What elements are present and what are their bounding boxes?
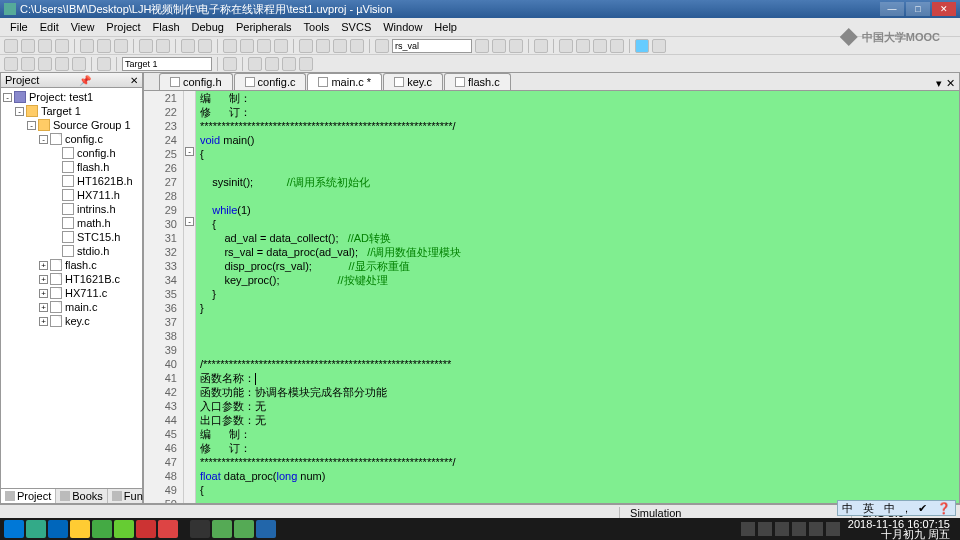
bookmark4-button[interactable] [274, 39, 288, 53]
comment-button[interactable] [333, 39, 347, 53]
build-button[interactable] [21, 57, 35, 71]
taskbar-app-icon[interactable] [234, 520, 254, 538]
taskbar-app-icon[interactable] [158, 520, 178, 538]
menu-svcs[interactable]: SVCS [335, 21, 377, 33]
code-editor[interactable]: 21 22 23 24 25 26 27 28 29 30 31 32 33 3… [144, 91, 959, 503]
menu-peripherals[interactable]: Peripherals [230, 21, 298, 33]
fold-gutter[interactable]: - - [184, 91, 196, 503]
menu-file[interactable]: File [4, 21, 34, 33]
tray-icon[interactable] [792, 522, 806, 536]
tree-hdr[interactable]: flash.h [3, 160, 140, 174]
bp4-button[interactable] [610, 39, 624, 53]
nav-fwd-button[interactable] [198, 39, 212, 53]
panel-pin-icon[interactable]: 📌 [79, 75, 91, 86]
find-combo[interactable]: rs_val [392, 39, 472, 53]
taskbar-app-icon[interactable] [136, 520, 156, 538]
saveall-button[interactable] [55, 39, 69, 53]
tree-hdr[interactable]: HX711.h [3, 188, 140, 202]
rebuild-button[interactable] [38, 57, 52, 71]
copy-button[interactable] [97, 39, 111, 53]
manage4-button[interactable] [299, 57, 313, 71]
tray-icon[interactable] [758, 522, 772, 536]
taskbar[interactable]: 2018-11-16 16:07:15 十月初九 周五 [0, 518, 960, 540]
menu-edit[interactable]: Edit [34, 21, 65, 33]
tab-dropdown-icon[interactable]: ▾ [936, 77, 942, 90]
taskbar-app-icon[interactable] [48, 520, 68, 538]
tree-hdr[interactable]: HT1621B.h [3, 174, 140, 188]
new-button[interactable] [4, 39, 18, 53]
tree-src[interactable]: +main.c [3, 300, 140, 314]
options-button[interactable] [223, 57, 237, 71]
tray-icon[interactable] [826, 522, 840, 536]
find3-button[interactable] [492, 39, 506, 53]
config-button[interactable] [652, 39, 666, 53]
tree-src[interactable]: +key.c [3, 314, 140, 328]
tree-src[interactable]: +HX711.c [3, 286, 140, 300]
redo-button[interactable] [156, 39, 170, 53]
cut-button[interactable] [80, 39, 94, 53]
tree-hdr[interactable]: config.h [3, 146, 140, 160]
bp-button[interactable] [559, 39, 573, 53]
bookmark-button[interactable] [223, 39, 237, 53]
manage2-button[interactable] [265, 57, 279, 71]
outdent-button[interactable] [316, 39, 330, 53]
taskbar-app-icon[interactable] [26, 520, 46, 538]
menu-help[interactable]: Help [428, 21, 463, 33]
menu-window[interactable]: Window [377, 21, 428, 33]
find4-button[interactable] [509, 39, 523, 53]
tray-icon[interactable] [741, 522, 755, 536]
bp3-button[interactable] [593, 39, 607, 53]
debug-button[interactable] [534, 39, 548, 53]
file-tab-config-c[interactable]: config.c [234, 73, 307, 90]
bp2-button[interactable] [576, 39, 590, 53]
open-button[interactable] [21, 39, 35, 53]
target-combo[interactable]: Target 1 [122, 57, 212, 71]
uncomment-button[interactable] [350, 39, 364, 53]
fold-icon[interactable]: - [185, 147, 194, 156]
paste-button[interactable] [114, 39, 128, 53]
taskbar-app-icon[interactable] [114, 520, 134, 538]
batch-button[interactable] [55, 57, 69, 71]
file-tab-flash-c[interactable]: flash.c [444, 73, 511, 90]
tab-close-icon[interactable]: ✕ [946, 77, 955, 90]
system-tray[interactable] [741, 522, 840, 536]
bookmark2-button[interactable] [240, 39, 254, 53]
panel-tab-books[interactable]: Books [56, 489, 108, 503]
save-button[interactable] [38, 39, 52, 53]
panel-close-icon[interactable]: ✕ [130, 75, 138, 86]
tree-target[interactable]: -Target 1 [3, 104, 140, 118]
file-tab-key-c[interactable]: key.c [383, 73, 443, 90]
tree-src[interactable]: +HT1621B.c [3, 272, 140, 286]
tree-hdr[interactable]: math.h [3, 216, 140, 230]
menu-tools[interactable]: Tools [298, 21, 336, 33]
tree-hdr[interactable]: intrins.h [3, 202, 140, 216]
project-tree[interactable]: -Project: test1 -Target 1 -Source Group … [1, 88, 142, 488]
find2-button[interactable] [475, 39, 489, 53]
tree-hdr[interactable]: stdio.h [3, 244, 140, 258]
language-bar[interactable]: 中英中,✔❓ [837, 500, 956, 516]
panel-tab-project[interactable]: Project [1, 489, 56, 503]
nav-back-button[interactable] [181, 39, 195, 53]
code-content[interactable]: 编 制： 修 订： ******************************… [196, 91, 959, 503]
fold-icon[interactable]: - [185, 217, 194, 226]
taskbar-app-icon[interactable] [70, 520, 90, 538]
maximize-button[interactable]: □ [906, 2, 930, 16]
menu-debug[interactable]: Debug [186, 21, 230, 33]
download-button[interactable] [97, 57, 111, 71]
stop-button[interactable] [72, 57, 86, 71]
taskbar-clock[interactable]: 2018-11-16 16:07:15 十月初九 周五 [842, 519, 956, 539]
taskbar-app-icon[interactable] [256, 520, 276, 538]
tree-hdr[interactable]: STC15.h [3, 230, 140, 244]
manage3-button[interactable] [282, 57, 296, 71]
taskbar-app-icon[interactable] [190, 520, 210, 538]
menu-flash[interactable]: Flash [147, 21, 186, 33]
tray-icon[interactable] [809, 522, 823, 536]
bookmark3-button[interactable] [257, 39, 271, 53]
indent-button[interactable] [299, 39, 313, 53]
file-tab-config-h[interactable]: config.h [159, 73, 233, 90]
tree-src[interactable]: +flash.c [3, 258, 140, 272]
taskbar-app-icon[interactable] [92, 520, 112, 538]
menu-project[interactable]: Project [100, 21, 146, 33]
menu-view[interactable]: View [65, 21, 101, 33]
manage-button[interactable] [248, 57, 262, 71]
